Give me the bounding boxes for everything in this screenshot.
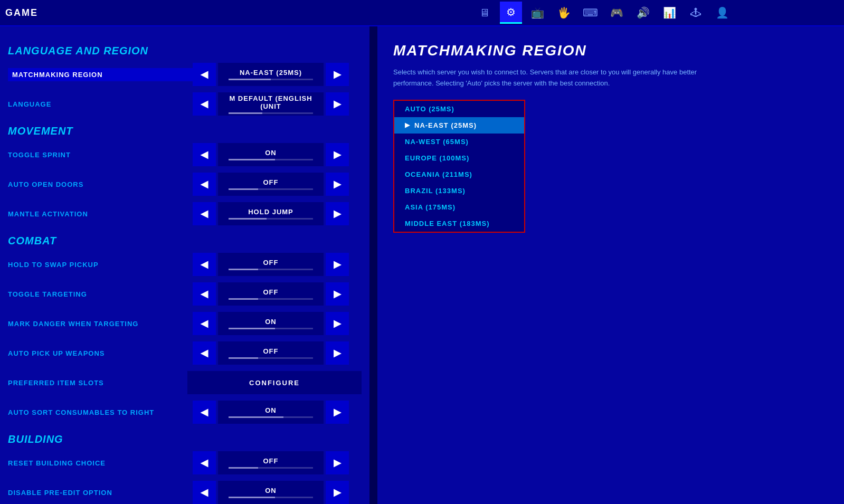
gamepad-icon[interactable]: 🕹 (685, 2, 707, 24)
disable-pre-edit-control: ◀ ON ▶ (193, 481, 349, 504)
main-container: LANGUAGE AND REGION MATCHMAKING REGION ◀… (0, 26, 844, 504)
reset-building-choice-label: RESET BUILDING CHOICE (8, 459, 193, 467)
dropdown-item-na-west[interactable]: NA-WEST (65MS) (394, 134, 524, 150)
language-right-btn[interactable]: ▶ (326, 92, 349, 116)
mantle-activation-slider (229, 218, 313, 220)
auto-pickup-weapons-value-box: OFF (218, 341, 324, 365)
auto-sort-consumables-control: ◀ ON ▶ (193, 401, 349, 424)
auto-sort-consumables-row: AUTO SORT CONSUMABLES TO RIGHT ◀ ON ▶ (8, 399, 362, 425)
mantle-activation-left-btn[interactable]: ◀ (193, 202, 216, 225)
mark-danger-value: ON (265, 318, 277, 326)
hold-swap-pickup-label: HOLD TO SWAP PICKUP (8, 261, 193, 269)
monitor-icon[interactable]: 🖥 (473, 2, 496, 24)
dropdown-item-auto[interactable]: AUTO (25MS) (394, 101, 524, 117)
right-panel: MATCHMAKING REGION Selects which server … (377, 26, 844, 504)
auto-pickup-weapons-left-btn[interactable]: ◀ (193, 341, 216, 365)
hold-swap-pickup-row: HOLD TO SWAP PICKUP ◀ OFF ▶ (8, 251, 362, 278)
mark-danger-row: MARK DANGER WHEN TARGETING ◀ ON ▶ (8, 310, 362, 337)
auto-sort-consumables-left-btn[interactable]: ◀ (193, 401, 216, 424)
toggle-targeting-label: TOGGLE TARGETING (8, 290, 193, 298)
mantle-activation-control: ◀ HOLD JUMP ▶ (193, 202, 349, 225)
auto-sort-consumables-label: AUTO SORT CONSUMABLES TO RIGHT (8, 408, 193, 416)
right-panel-description: Selects which server you wish to connect… (393, 67, 720, 89)
dropdown-item-na-east[interactable]: ▶ NA-EAST (25MS) (394, 117, 524, 134)
dropdown-item-middle-east[interactable]: MIDDLE EAST (183MS) (394, 215, 524, 232)
mantle-activation-row: MANTLE ACTIVATION ◀ HOLD JUMP ▶ (8, 201, 362, 227)
na-west-option-label: NA-WEST (65MS) (405, 138, 469, 146)
auto-sort-consumables-value-box: ON (218, 401, 324, 424)
hand-icon[interactable]: 🖐 (553, 2, 575, 24)
matchmaking-region-left-btn[interactable]: ◀ (193, 63, 216, 86)
auto-open-doors-right-btn[interactable]: ▶ (326, 173, 349, 196)
user-icon[interactable]: 👤 (711, 2, 733, 24)
reset-building-choice-row: RESET BUILDING CHOICE ◀ OFF ▶ (8, 450, 362, 476)
disable-pre-edit-left-btn[interactable]: ◀ (193, 481, 216, 504)
disable-pre-edit-value-box: ON (218, 481, 324, 504)
reset-building-choice-value: OFF (263, 457, 279, 465)
keyboard-icon[interactable]: ⌨ (579, 2, 601, 24)
hold-swap-pickup-right-btn[interactable]: ▶ (326, 253, 349, 276)
language-control: ◀ M DEFAULT (ENGLISH (UNIT ▶ (193, 92, 349, 116)
auto-pickup-weapons-value: OFF (263, 347, 279, 355)
mantle-activation-right-btn[interactable]: ▶ (326, 202, 349, 225)
auto-open-doors-value: OFF (263, 178, 279, 186)
configure-button[interactable]: CONFIGURE (187, 371, 362, 394)
gear-icon[interactable]: ⚙ (500, 2, 522, 24)
toggle-targeting-value: OFF (263, 288, 279, 296)
matchmaking-region-value-box: NA-EAST (25MS) (218, 63, 324, 86)
disable-pre-edit-right-btn[interactable]: ▶ (326, 481, 349, 504)
hud-icon[interactable]: 📊 (658, 2, 680, 24)
auto-pickup-weapons-right-btn[interactable]: ▶ (326, 341, 349, 365)
reset-building-choice-right-btn[interactable]: ▶ (326, 451, 349, 474)
dropdown-item-europe[interactable]: EUROPE (100MS) (394, 150, 524, 166)
oceania-option-label: OCEANIA (211MS) (405, 170, 472, 178)
toggle-targeting-row: TOGGLE TARGETING ◀ OFF ▶ (8, 281, 362, 307)
mantle-activation-label: MANTLE ACTIVATION (8, 210, 193, 218)
hold-swap-pickup-slider (229, 269, 313, 270)
disable-pre-edit-label: DISABLE PRE-EDIT OPTION (8, 489, 193, 497)
auto-open-doors-control: ◀ OFF ▶ (193, 173, 349, 196)
auto-pickup-weapons-label: AUTO PICK UP WEAPONS (8, 349, 193, 357)
matchmaking-region-row: MATCHMAKING REGION ◀ NA-EAST (25MS) ▶ (8, 61, 362, 88)
preferred-item-slots-row: PREFERRED ITEM SLOTS CONFIGURE (8, 369, 362, 396)
panel-divider (369, 26, 377, 504)
mark-danger-right-btn[interactable]: ▶ (326, 312, 349, 335)
reset-building-choice-slider (229, 467, 313, 469)
na-east-option-label: NA-EAST (25MS) (414, 121, 477, 129)
preferred-item-slots-label: PREFERRED ITEM SLOTS (8, 379, 187, 387)
mark-danger-slider (229, 328, 313, 329)
controller-icon[interactable]: 🎮 (605, 2, 628, 24)
language-left-btn[interactable]: ◀ (193, 92, 216, 116)
display-icon[interactable]: 📺 (526, 2, 548, 24)
disable-pre-edit-slider (229, 497, 313, 498)
dropdown-item-oceania[interactable]: OCEANIA (211MS) (394, 166, 524, 183)
mark-danger-label: MARK DANGER WHEN TARGETING (8, 320, 193, 328)
mark-danger-left-btn[interactable]: ◀ (193, 312, 216, 335)
dropdown-item-brazil[interactable]: BRAZIL (133MS) (394, 183, 524, 199)
toggle-targeting-right-btn[interactable]: ▶ (326, 282, 349, 306)
section-movement: MOVEMENT (8, 125, 362, 137)
matchmaking-region-right-btn[interactable]: ▶ (326, 63, 349, 86)
right-panel-title: MATCHMAKING REGION (393, 42, 828, 59)
dropdown-item-asia[interactable]: ASIA (175MS) (394, 199, 524, 215)
mantle-activation-value: HOLD JUMP (248, 208, 293, 216)
toggle-sprint-right-btn[interactable]: ▶ (326, 143, 349, 166)
hold-swap-pickup-value-box: OFF (218, 253, 324, 276)
auto-pickup-weapons-slider (229, 357, 313, 359)
matchmaking-region-slider (229, 79, 313, 80)
top-navigation: GAME 🖥 ⚙ 📺 🖐 ⌨ 🎮 🔊 📊 🕹 👤 (0, 0, 844, 26)
auto-option-label: AUTO (25MS) (405, 105, 454, 113)
auto-open-doors-left-btn[interactable]: ◀ (193, 173, 216, 196)
toggle-sprint-left-btn[interactable]: ◀ (193, 143, 216, 166)
hold-swap-pickup-left-btn[interactable]: ◀ (193, 253, 216, 276)
toggle-targeting-left-btn[interactable]: ◀ (193, 282, 216, 306)
auto-pickup-weapons-row: AUTO PICK UP WEAPONS ◀ OFF ▶ (8, 340, 362, 366)
reset-building-choice-left-btn[interactable]: ◀ (193, 451, 216, 474)
hold-swap-pickup-control: ◀ OFF ▶ (193, 253, 349, 276)
toggle-targeting-value-box: OFF (218, 282, 324, 306)
sound-icon[interactable]: 🔊 (632, 2, 654, 24)
game-title: GAME (5, 7, 38, 18)
language-label: LANGUAGE (8, 100, 193, 108)
language-row: LANGUAGE ◀ M DEFAULT (ENGLISH (UNIT ▶ (8, 91, 362, 117)
auto-sort-consumables-right-btn[interactable]: ▶ (326, 401, 349, 424)
